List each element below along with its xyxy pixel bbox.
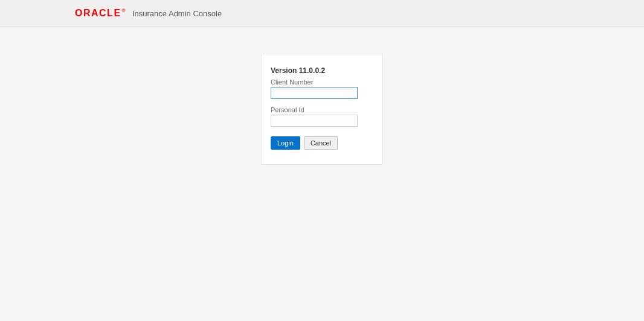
oracle-logo: ORACLE® [75,8,126,19]
content-area: Version 11.0.0.2 Client Number Personal … [0,27,644,165]
button-row: Login Cancel [271,136,373,150]
client-number-label: Client Number [271,78,373,86]
personal-id-input[interactable] [271,115,358,127]
client-number-input[interactable] [271,87,358,99]
login-button[interactable]: Login [271,136,300,150]
personal-id-label: Personal Id [271,106,373,113]
version-label: Version 11.0.0.2 [271,66,373,75]
login-panel: Version 11.0.0.2 Client Number Personal … [262,54,382,165]
app-header: ORACLE® Insurance Admin Console [0,0,644,27]
app-title: Insurance Admin Console [132,9,222,18]
cancel-button[interactable]: Cancel [304,136,338,150]
